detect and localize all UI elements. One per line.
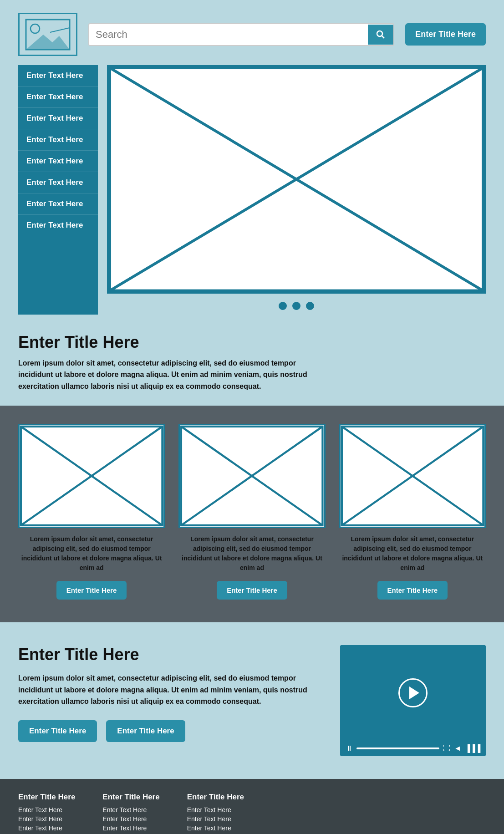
- video-btn-2[interactable]: Enter Title Here: [106, 720, 185, 742]
- footer-col-2-link-3[interactable]: Enter Text Here: [102, 824, 159, 832]
- nav-menu: Enter Text Here Enter Text Here Enter Te…: [18, 65, 98, 315]
- card-3-button[interactable]: Enter Title Here: [377, 581, 448, 600]
- bars-icon: ▐▐▐: [465, 744, 480, 753]
- video-body: Lorem ipsum dolor sit amet, consectetur …: [18, 672, 322, 707]
- svg-line-3: [50, 28, 70, 32]
- card-1-button[interactable]: Enter Title Here: [56, 581, 127, 600]
- card-1: Lorem ipsum dolor sit amet, consectetur …: [18, 424, 165, 600]
- card-3-image: [339, 424, 486, 528]
- title-section: Enter Title Here Lorem ipsum dolor sit a…: [0, 324, 504, 406]
- footer-col-1-title: Enter Title Here: [18, 793, 75, 802]
- nav-item-4[interactable]: Enter Text Here: [18, 129, 98, 151]
- nav-item-2[interactable]: Enter Text Here: [18, 86, 98, 108]
- footer: Enter Title Here Enter Text Here Enter T…: [0, 779, 504, 834]
- section-body: Lorem ipsum dolor sit amet, consectetur …: [18, 357, 328, 392]
- nav-item-7[interactable]: Enter Text Here: [18, 193, 98, 215]
- dot-2[interactable]: [292, 302, 300, 310]
- footer-col-1-link-2[interactable]: Enter Text Here: [18, 815, 75, 823]
- fullscreen-icon[interactable]: ⛶: [443, 744, 450, 753]
- carousel-dots: [107, 294, 486, 315]
- card-1-text: Lorem ipsum dolor sit amet, consectetur …: [18, 534, 165, 573]
- card-2: Lorem ipsum dolor sit amet, consectetur …: [178, 424, 325, 600]
- progress-bar[interactable]: [356, 748, 439, 749]
- footer-col-3-link-3[interactable]: Enter Text Here: [187, 824, 244, 832]
- card-2-text: Lorem ipsum dolor sit amet, consectetur …: [178, 534, 325, 573]
- header-title-button[interactable]: Enter Title Here: [405, 23, 486, 46]
- svg-point-4: [377, 31, 382, 36]
- logo: [18, 13, 77, 56]
- nav-item-6[interactable]: Enter Text Here: [18, 172, 98, 193]
- video-controls: ⏸ ⛶ ◄ ▐▐▐: [340, 741, 486, 756]
- svg-marker-2: [26, 35, 70, 50]
- hero-section: Enter Text Here Enter Text Here Enter Te…: [0, 65, 504, 324]
- pause-icon[interactable]: ⏸: [346, 744, 353, 753]
- footer-col-3: Enter Title Here Enter Text Here Enter T…: [187, 793, 244, 834]
- footer-col-1-link-1[interactable]: Enter Text Here: [18, 806, 75, 814]
- video-btn-1[interactable]: Enter Title Here: [18, 720, 97, 742]
- dot-3[interactable]: [306, 302, 314, 310]
- nav-item-8[interactable]: Enter Text Here: [18, 215, 98, 236]
- hero-image: [107, 65, 486, 294]
- footer-col-3-link-2[interactable]: Enter Text Here: [187, 815, 244, 823]
- card-2-button[interactable]: Enter Title Here: [217, 581, 287, 600]
- video-section: Enter Title Here Lorem ipsum dolor sit a…: [0, 622, 504, 779]
- cards-section: Lorem ipsum dolor sit amet, consectetur …: [0, 406, 504, 622]
- nav-item-1[interactable]: Enter Text Here: [18, 65, 98, 86]
- play-button[interactable]: [398, 678, 428, 707]
- dot-1[interactable]: [279, 302, 287, 310]
- video-buttons: Enter Title Here Enter Title Here: [18, 720, 322, 742]
- footer-col-1: Enter Title Here Enter Text Here Enter T…: [18, 793, 75, 834]
- footer-col-1-link-3[interactable]: Enter Text Here: [18, 824, 75, 832]
- svg-line-5: [382, 36, 385, 38]
- footer-col-3-link-1[interactable]: Enter Text Here: [187, 806, 244, 814]
- search-input[interactable]: [89, 24, 368, 45]
- footer-col-2-title: Enter Title Here: [102, 793, 159, 802]
- nav-item-5[interactable]: Enter Text Here: [18, 151, 98, 172]
- search-button[interactable]: [368, 25, 393, 45]
- video-player: ⏸ ⛶ ◄ ▐▐▐: [340, 645, 486, 756]
- header: Enter Title Here: [0, 0, 504, 65]
- video-text: Enter Title Here Lorem ipsum dolor sit a…: [18, 645, 322, 742]
- footer-col-2-link-1[interactable]: Enter Text Here: [102, 806, 159, 814]
- card-2-image: [178, 424, 325, 528]
- video-title: Enter Title Here: [18, 645, 322, 664]
- card-3: Lorem ipsum dolor sit amet, consectetur …: [339, 424, 486, 600]
- section-title: Enter Title Here: [18, 333, 486, 352]
- video-screen: [340, 645, 486, 741]
- search-bar[interactable]: [88, 23, 394, 46]
- svg-point-1: [31, 24, 40, 33]
- nav-item-3[interactable]: Enter Text Here: [18, 108, 98, 129]
- card-3-text: Lorem ipsum dolor sit amet, consectetur …: [339, 534, 486, 573]
- footer-col-3-title: Enter Title Here: [187, 793, 244, 802]
- footer-columns: Enter Title Here Enter Text Here Enter T…: [18, 793, 486, 834]
- footer-col-2: Enter Title Here Enter Text Here Enter T…: [102, 793, 159, 834]
- volume-icon[interactable]: ◄: [454, 744, 461, 753]
- footer-col-2-link-2[interactable]: Enter Text Here: [102, 815, 159, 823]
- card-1-image: [18, 424, 165, 528]
